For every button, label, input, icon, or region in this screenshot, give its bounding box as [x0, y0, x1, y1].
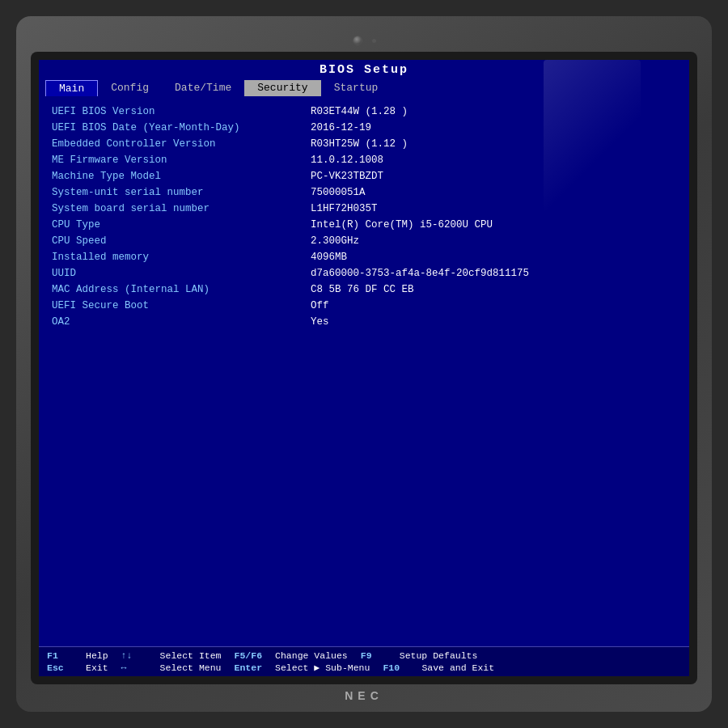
bios-field-11: MAC Address (Internal LAN) C8 5B 76 DF C…: [52, 284, 676, 298]
desc-f9: Setup Defaults: [400, 650, 478, 661]
bios-field-0: UEFI BIOS Version R03ET44W (1.28 ): [52, 106, 676, 121]
key-f1: F1: [47, 650, 73, 661]
key-esc: Esc: [47, 662, 73, 673]
key-lr: ↔: [121, 662, 147, 673]
desc-ud: Select Item: [160, 650, 222, 661]
laptop-bottom: NEC: [31, 684, 697, 705]
key-f5f6: F5/F6: [235, 650, 263, 661]
bios-field-13: OA2 Yes: [52, 316, 676, 331]
desc-f1: Help: [86, 650, 108, 661]
laptop-screen-area: BIOS Setup Main Config Date/Time Securit…: [31, 31, 697, 684]
nav-datetime[interactable]: Date/Time: [162, 80, 244, 96]
bios-title: BIOS Setup: [39, 60, 689, 78]
desc-f5f6: Change Values: [275, 650, 348, 661]
desc-esc: Exit: [86, 662, 108, 673]
bios-content: UEFI BIOS Version R03ET44W (1.28 ) UEFI …: [39, 98, 689, 646]
bios-footer: F1 Help ↑↓ Select Item F5/F6 Change Valu…: [39, 646, 689, 676]
key-ud: ↑↓: [121, 650, 147, 661]
bios-field-9: Installed memory 4096MB: [52, 252, 676, 266]
desc-f10: Save and Exit: [421, 662, 494, 673]
screen-bezel: BIOS Setup Main Config Date/Time Securit…: [31, 52, 697, 684]
bios-nav: Main Config Date/Time Security Startup: [39, 78, 689, 98]
footer-row-1: F1 Help ↑↓ Select Item F5/F6 Change Valu…: [47, 650, 681, 661]
bios-field-6: System board serial number L1HF72H035T: [52, 203, 676, 218]
nav-startup[interactable]: Startup: [321, 80, 392, 96]
bios-field-3: ME Firmware Version 11.0.12.1008: [52, 154, 676, 169]
nav-main[interactable]: Main: [45, 80, 98, 96]
desc-lr: Select Menu: [160, 662, 222, 673]
nav-security[interactable]: Security: [244, 80, 320, 96]
webcam: [353, 36, 362, 45]
bios-field-4: Machine Type Model PC-VK23TBZDT: [52, 171, 676, 185]
nav-config[interactable]: Config: [98, 80, 162, 96]
key-f9: F9: [361, 650, 387, 661]
footer-row-2: Esc Exit ↔ Select Menu Enter Select ▶ Su…: [47, 662, 681, 673]
bios-field-12: UEFI Secure Boot Off: [52, 300, 676, 315]
laptop-body: BIOS Setup Main Config Date/Time Securit…: [16, 16, 712, 712]
bios-field-5: System-unit serial number 75000051A: [52, 187, 676, 201]
key-enter: Enter: [235, 662, 263, 673]
bios-field-2: Embedded Controller Version R03HT25W (1.…: [52, 138, 676, 153]
bios-field-8: CPU Speed 2.300GHz: [52, 235, 676, 250]
bios-screen: BIOS Setup Main Config Date/Time Securit…: [39, 60, 689, 676]
camera-bar: [31, 31, 697, 52]
key-f10: F10: [383, 662, 408, 673]
bios-field-1: UEFI BIOS Date (Year-Month-Day) 2016-12-…: [52, 122, 676, 137]
desc-enter: Select ▶ Sub-Menu: [275, 662, 370, 673]
bios-field-7: CPU Type Intel(R) Core(TM) i5-6200U CPU: [52, 219, 676, 234]
bios-field-10: UUID d7a60000-3753-af4a-8e4f-20cf9d81117…: [52, 268, 676, 282]
camera-led: [372, 39, 376, 43]
brand-logo: NEC: [345, 689, 383, 702]
